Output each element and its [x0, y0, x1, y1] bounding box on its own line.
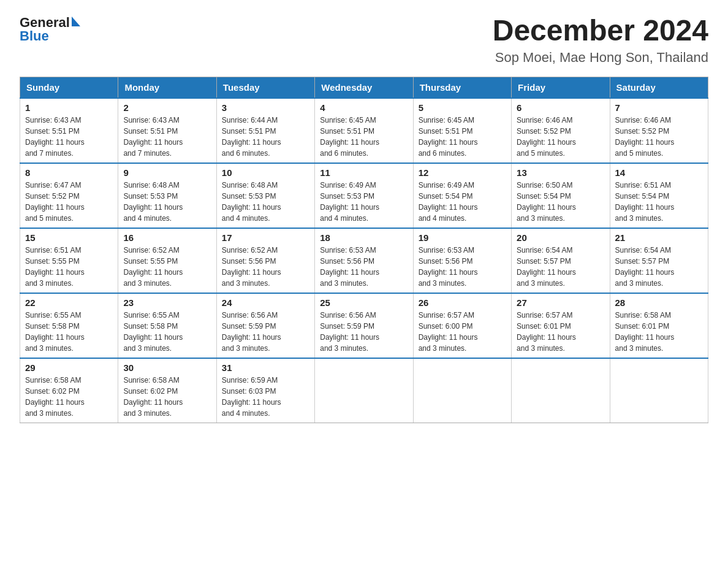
col-header-sunday: Sunday [20, 77, 118, 98]
day-info: Sunrise: 6:59 AMSunset: 6:03 PMDaylight:… [222, 376, 281, 418]
table-row [315, 358, 413, 423]
day-info: Sunrise: 6:50 AMSunset: 5:54 PMDaylight:… [517, 181, 576, 223]
calendar-week-5: 29 Sunrise: 6:58 AMSunset: 6:02 PMDaylig… [20, 358, 708, 423]
day-number: 15 [25, 232, 113, 243]
table-row: 15 Sunrise: 6:51 AMSunset: 5:55 PMDaylig… [20, 228, 118, 293]
col-header-friday: Friday [512, 77, 610, 98]
table-row: 31 Sunrise: 6:59 AMSunset: 6:03 PMDaylig… [216, 358, 314, 423]
day-number: 31 [222, 362, 309, 373]
day-info: Sunrise: 6:56 AMSunset: 5:59 PMDaylight:… [222, 311, 281, 353]
day-info: Sunrise: 6:54 AMSunset: 5:57 PMDaylight:… [517, 246, 576, 288]
day-number: 13 [517, 167, 604, 178]
day-info: Sunrise: 6:58 AMSunset: 6:01 PMDaylight:… [615, 311, 675, 353]
day-number: 23 [123, 297, 211, 308]
day-info: Sunrise: 6:55 AMSunset: 5:58 PMDaylight:… [123, 311, 183, 353]
day-number: 11 [320, 167, 408, 178]
day-number: 25 [320, 297, 408, 308]
day-number: 3 [222, 102, 309, 113]
page-header: General Blue December 2024 Sop Moei, Mae… [20, 15, 708, 66]
table-row: 1 Sunrise: 6:43 AMSunset: 5:51 PMDayligh… [20, 98, 118, 163]
page-title: December 2024 [493, 15, 708, 47]
day-number: 29 [25, 362, 113, 373]
day-info: Sunrise: 6:49 AMSunset: 5:54 PMDaylight:… [419, 181, 478, 223]
day-number: 28 [615, 297, 703, 308]
table-row: 8 Sunrise: 6:47 AMSunset: 5:52 PMDayligh… [20, 163, 118, 228]
table-row [610, 358, 708, 423]
table-row: 3 Sunrise: 6:44 AMSunset: 5:51 PMDayligh… [216, 98, 314, 163]
day-number: 4 [320, 102, 408, 113]
day-info: Sunrise: 6:48 AMSunset: 5:53 PMDaylight:… [222, 181, 281, 223]
table-row: 20 Sunrise: 6:54 AMSunset: 5:57 PMDaylig… [512, 228, 610, 293]
table-row: 17 Sunrise: 6:52 AMSunset: 5:56 PMDaylig… [216, 228, 314, 293]
col-header-wednesday: Wednesday [315, 77, 413, 98]
day-info: Sunrise: 6:46 AMSunset: 5:52 PMDaylight:… [517, 116, 576, 158]
col-header-saturday: Saturday [610, 77, 708, 98]
calendar-table: Sunday Monday Tuesday Wednesday Thursday… [20, 77, 708, 423]
day-info: Sunrise: 6:57 AMSunset: 6:00 PMDaylight:… [419, 311, 478, 353]
table-row: 19 Sunrise: 6:53 AMSunset: 5:56 PMDaylig… [413, 228, 511, 293]
day-number: 18 [320, 232, 408, 243]
day-number: 12 [419, 167, 506, 178]
table-row: 4 Sunrise: 6:45 AMSunset: 5:51 PMDayligh… [315, 98, 413, 163]
calendar-week-4: 22 Sunrise: 6:55 AMSunset: 5:58 PMDaylig… [20, 293, 708, 358]
day-number: 2 [123, 102, 211, 113]
day-number: 22 [25, 297, 113, 308]
calendar-header-row: Sunday Monday Tuesday Wednesday Thursday… [20, 77, 708, 98]
day-info: Sunrise: 6:53 AMSunset: 5:56 PMDaylight:… [419, 246, 478, 288]
day-number: 5 [419, 102, 506, 113]
day-info: Sunrise: 6:58 AMSunset: 6:02 PMDaylight:… [25, 376, 85, 418]
day-info: Sunrise: 6:57 AMSunset: 6:01 PMDaylight:… [517, 311, 576, 353]
table-row: 5 Sunrise: 6:45 AMSunset: 5:51 PMDayligh… [413, 98, 511, 163]
table-row: 16 Sunrise: 6:52 AMSunset: 5:55 PMDaylig… [118, 228, 216, 293]
day-info: Sunrise: 6:55 AMSunset: 5:58 PMDaylight:… [25, 311, 85, 353]
day-info: Sunrise: 6:54 AMSunset: 5:57 PMDaylight:… [615, 246, 675, 288]
table-row: 6 Sunrise: 6:46 AMSunset: 5:52 PMDayligh… [512, 98, 610, 163]
day-info: Sunrise: 6:52 AMSunset: 5:56 PMDaylight:… [222, 246, 281, 288]
col-header-tuesday: Tuesday [216, 77, 314, 98]
calendar-week-2: 8 Sunrise: 6:47 AMSunset: 5:52 PMDayligh… [20, 163, 708, 228]
day-info: Sunrise: 6:53 AMSunset: 5:56 PMDaylight:… [320, 246, 379, 288]
day-number: 19 [419, 232, 506, 243]
day-info: Sunrise: 6:45 AMSunset: 5:51 PMDaylight:… [320, 116, 379, 158]
col-header-thursday: Thursday [413, 77, 511, 98]
day-info: Sunrise: 6:58 AMSunset: 6:02 PMDaylight:… [123, 376, 183, 418]
day-info: Sunrise: 6:48 AMSunset: 5:53 PMDaylight:… [123, 181, 183, 223]
table-row: 12 Sunrise: 6:49 AMSunset: 5:54 PMDaylig… [413, 163, 511, 228]
day-info: Sunrise: 6:47 AMSunset: 5:52 PMDaylight:… [25, 181, 85, 223]
calendar-week-1: 1 Sunrise: 6:43 AMSunset: 5:51 PMDayligh… [20, 98, 708, 163]
table-row: 2 Sunrise: 6:43 AMSunset: 5:51 PMDayligh… [118, 98, 216, 163]
day-info: Sunrise: 6:43 AMSunset: 5:51 PMDaylight:… [25, 116, 85, 158]
title-block: December 2024 Sop Moei, Mae Hong Son, Th… [493, 15, 708, 66]
table-row: 18 Sunrise: 6:53 AMSunset: 5:56 PMDaylig… [315, 228, 413, 293]
day-info: Sunrise: 6:51 AMSunset: 5:54 PMDaylight:… [615, 181, 675, 223]
table-row: 23 Sunrise: 6:55 AMSunset: 5:58 PMDaylig… [118, 293, 216, 358]
table-row: 24 Sunrise: 6:56 AMSunset: 5:59 PMDaylig… [216, 293, 314, 358]
day-number: 6 [517, 102, 604, 113]
page-subtitle: Sop Moei, Mae Hong Son, Thailand [493, 50, 708, 66]
table-row: 10 Sunrise: 6:48 AMSunset: 5:53 PMDaylig… [216, 163, 314, 228]
table-row: 25 Sunrise: 6:56 AMSunset: 5:59 PMDaylig… [315, 293, 413, 358]
col-header-monday: Monday [118, 77, 216, 98]
table-row: 14 Sunrise: 6:51 AMSunset: 5:54 PMDaylig… [610, 163, 708, 228]
day-number: 10 [222, 167, 309, 178]
day-number: 17 [222, 232, 309, 243]
day-number: 21 [615, 232, 703, 243]
day-info: Sunrise: 6:56 AMSunset: 5:59 PMDaylight:… [320, 311, 379, 353]
table-row: 26 Sunrise: 6:57 AMSunset: 6:00 PMDaylig… [413, 293, 511, 358]
logo-blue-text: Blue [20, 28, 49, 44]
logo-arrow-icon [72, 17, 80, 26]
day-number: 27 [517, 297, 604, 308]
day-number: 24 [222, 297, 309, 308]
day-number: 30 [123, 362, 211, 373]
logo: General Blue [20, 15, 80, 44]
day-number: 9 [123, 167, 211, 178]
day-info: Sunrise: 6:43 AMSunset: 5:51 PMDaylight:… [123, 116, 183, 158]
day-info: Sunrise: 6:52 AMSunset: 5:55 PMDaylight:… [123, 246, 183, 288]
day-number: 20 [517, 232, 604, 243]
day-info: Sunrise: 6:51 AMSunset: 5:55 PMDaylight:… [25, 246, 85, 288]
table-row: 29 Sunrise: 6:58 AMSunset: 6:02 PMDaylig… [20, 358, 118, 423]
table-row: 11 Sunrise: 6:49 AMSunset: 5:53 PMDaylig… [315, 163, 413, 228]
day-number: 1 [25, 102, 113, 113]
table-row: 27 Sunrise: 6:57 AMSunset: 6:01 PMDaylig… [512, 293, 610, 358]
day-info: Sunrise: 6:49 AMSunset: 5:53 PMDaylight:… [320, 181, 379, 223]
